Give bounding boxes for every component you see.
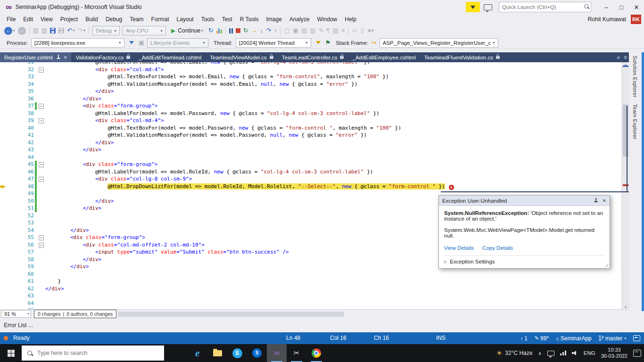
account-name[interactable]: Rohit Kumawat bbox=[588, 16, 631, 23]
debug-target-select[interactable]: Debug▾ bbox=[92, 26, 120, 35]
menu-r-tools[interactable]: R Tools bbox=[236, 14, 263, 25]
menu-view[interactable]: View bbox=[37, 14, 57, 25]
menu-build[interactable]: Build bbox=[82, 14, 102, 25]
stack-frame-icon[interactable]: ↪ bbox=[370, 38, 378, 48]
menu-analyze[interactable]: Analyze bbox=[286, 14, 314, 25]
chrome-icon[interactable] bbox=[306, 344, 326, 362]
line-number[interactable]: 56 bbox=[9, 241, 34, 249]
exception-settings-expander[interactable]: ▷ Exception Settings bbox=[444, 255, 604, 264]
breakpoint-margin[interactable] bbox=[0, 278, 9, 285]
pending-changes[interactable]: ✎ 99* bbox=[535, 335, 549, 342]
pin-icon[interactable] bbox=[57, 55, 60, 60]
code-text[interactable]: <div class="col-md-4"> bbox=[45, 117, 164, 124]
save-icon[interactable] bbox=[49, 25, 57, 36]
toolbar-overflow-icon[interactable]: ≡▾ bbox=[365, 25, 375, 36]
menu-tools[interactable]: Tools bbox=[198, 14, 218, 25]
breakpoint-margin[interactable] bbox=[0, 81, 9, 88]
status-column[interactable]: Col 16 bbox=[330, 332, 347, 344]
breakpoint-margin[interactable] bbox=[0, 300, 9, 307]
status-line[interactable]: Ln 48 bbox=[286, 332, 300, 344]
breakpoint-margin[interactable] bbox=[0, 190, 9, 197]
code-text[interactable]: @Html.DropDownListFor(model => model.Rol… bbox=[45, 183, 454, 190]
line-number[interactable]: 46 bbox=[9, 168, 34, 176]
tab-registeruser-cshtml[interactable]: RegisterUser.cshtml✕ bbox=[0, 52, 71, 62]
repository-indicator[interactable]: ⌂ SeminarApp bbox=[556, 335, 592, 342]
code-text[interactable]: </div> bbox=[45, 88, 114, 95]
line-number[interactable]: 61 bbox=[9, 278, 34, 285]
breakpoint-margin[interactable] bbox=[0, 234, 9, 241]
lifecycle-select[interactable]: Lifecycle Events▾ bbox=[147, 38, 208, 48]
copy-details-link[interactable]: Copy Details bbox=[482, 245, 513, 251]
collapse-icon[interactable]: − bbox=[39, 104, 44, 109]
breakpoint-margin[interactable] bbox=[0, 139, 9, 147]
process-filter-icon[interactable] bbox=[126, 38, 137, 48]
breakpoint-margin[interactable] bbox=[0, 292, 9, 300]
breakpoint-margin[interactable] bbox=[0, 175, 9, 183]
open-file-icon[interactable]: ▥ bbox=[40, 25, 49, 36]
side-tab-team-explorer[interactable]: Team Explorer bbox=[632, 104, 638, 140]
line-number[interactable]: 37 bbox=[9, 102, 34, 110]
start-button[interactable] bbox=[0, 344, 22, 362]
code-text[interactable]: <div class="col-md-offset-2 col-md-10"> bbox=[45, 241, 205, 249]
edge-icon[interactable]: e bbox=[188, 344, 207, 362]
breakpoint-margin[interactable] bbox=[0, 227, 9, 234]
new-file-icon[interactable]: ▤ bbox=[32, 25, 40, 36]
breakpoint-margin[interactable] bbox=[0, 205, 9, 212]
line-number[interactable]: 50 bbox=[9, 197, 34, 205]
line-number[interactable]: 58 bbox=[9, 256, 34, 263]
collapse-icon[interactable]: − bbox=[39, 162, 44, 167]
error-list-panel[interactable]: Error List ... bbox=[0, 318, 644, 332]
horizontal-scrollbar[interactable] bbox=[118, 312, 344, 317]
breakpoint-margin[interactable] bbox=[0, 168, 9, 176]
collapse-icon[interactable]: − bbox=[39, 177, 44, 182]
breakpoint-margin[interactable] bbox=[0, 95, 9, 103]
breakpoint-margin[interactable] bbox=[0, 219, 9, 227]
language-indicator[interactable]: ENG bbox=[584, 350, 595, 356]
line-number[interactable]: 45 bbox=[9, 161, 34, 168]
line-number[interactable]: 54 bbox=[9, 227, 34, 234]
line-number[interactable]: 36 bbox=[9, 95, 34, 103]
taskbar-search-input[interactable] bbox=[36, 349, 164, 357]
collapse-icon[interactable]: − bbox=[39, 243, 44, 248]
menu-layout[interactable]: Layout bbox=[173, 14, 198, 25]
tab-teamleadcontroller-cs[interactable]: TeamLeadController.cs bbox=[278, 52, 348, 62]
line-number[interactable]: 44 bbox=[9, 154, 34, 161]
status-character[interactable]: Ch 16 bbox=[374, 332, 389, 344]
display-tray-icon[interactable] bbox=[547, 351, 554, 356]
notification-center-icon[interactable] bbox=[633, 350, 641, 357]
skype-icon[interactable]: S bbox=[227, 344, 247, 362]
code-text[interactable]: </div> bbox=[45, 95, 101, 103]
zoom-select[interactable]: 91 % ▾ bbox=[1, 310, 31, 318]
breakpoint-margin[interactable] bbox=[0, 102, 9, 110]
continue-button[interactable]: ▶Continue▾ bbox=[168, 25, 206, 36]
code-text[interactable]: @Html.ValidationMessageFor(model => mode… bbox=[45, 132, 367, 139]
stop-debugging-icon[interactable] bbox=[234, 25, 242, 36]
breakpoint-margin[interactable] bbox=[0, 241, 9, 249]
line-number[interactable]: 31 bbox=[9, 62, 34, 66]
code-text[interactable]: </div> bbox=[45, 227, 89, 234]
breakpoint-margin[interactable] bbox=[0, 271, 9, 278]
menu-format[interactable]: Format bbox=[148, 14, 173, 25]
line-number[interactable]: 39 bbox=[9, 117, 34, 124]
step-over-icon[interactable]: ↷ bbox=[264, 25, 272, 36]
breakpoint-margin[interactable] bbox=[0, 212, 9, 220]
line-number[interactable]: 60 bbox=[9, 271, 34, 278]
feedback-icon[interactable] bbox=[466, 2, 480, 12]
skype-business-icon[interactable]: S bbox=[247, 344, 267, 362]
breakpoint-margin[interactable] bbox=[0, 88, 9, 95]
tab-teamleadfluentvalidation-cs[interactable]: TeamleadFluentValidation.cs bbox=[420, 52, 504, 62]
share-screen-icon[interactable] bbox=[484, 4, 492, 10]
scroll-down-icon[interactable]: ▼ bbox=[622, 305, 629, 309]
code-text[interactable]: @Html.ValidationMessageFor(model => mode… bbox=[45, 81, 357, 88]
menu-window[interactable]: Window bbox=[314, 14, 341, 25]
resize-grip[interactable] bbox=[607, 266, 608, 267]
code-text[interactable]: </div> bbox=[45, 146, 101, 154]
tab-teamleadviewmodel-cs[interactable]: TeamleadViewModel.cs bbox=[206, 52, 278, 62]
line-number[interactable]: 49 bbox=[9, 190, 34, 197]
save-all-icon[interactable] bbox=[57, 25, 66, 36]
step-out-icon[interactable]: ↑ bbox=[272, 25, 279, 36]
tab-scroll-icon[interactable]: « bbox=[617, 54, 620, 61]
line-number[interactable]: 35 bbox=[9, 88, 34, 95]
code-text[interactable]: @Html.TextBoxFor(model => model.Password… bbox=[45, 124, 401, 132]
code-text[interactable]: </div> bbox=[45, 205, 101, 212]
